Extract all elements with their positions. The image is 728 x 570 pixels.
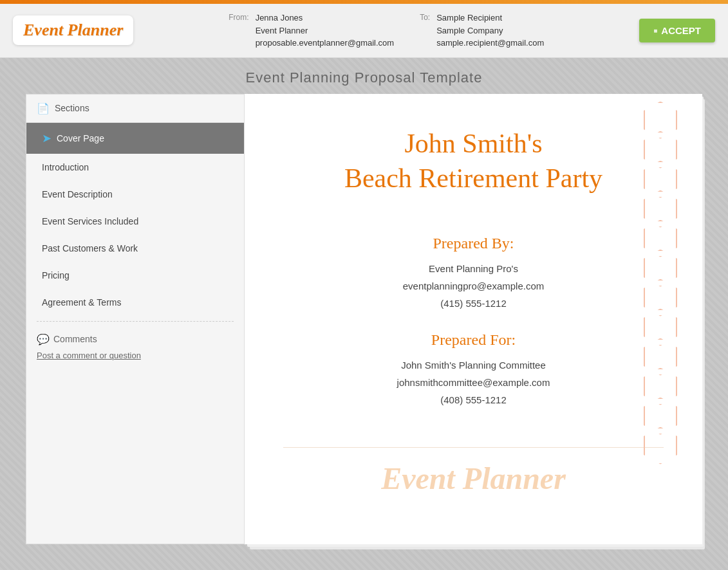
comments-header: 💬 Comments	[37, 333, 234, 345]
logo-container: Event Planner	[13, 15, 133, 45]
active-arrow-icon: ➤	[42, 131, 51, 145]
sidebar-item-past-customers[interactable]: Past Customers & Work	[26, 235, 244, 262]
sidebar-item-cover-page[interactable]: ➤ Cover Page	[26, 123, 244, 154]
comment-icon: 💬	[37, 333, 50, 345]
document-wrapper: John Smith's Beach Retirement Party Prep…	[245, 94, 702, 544]
prepared-for-info: John Smith's Planning Committee johnsmit…	[283, 356, 664, 409]
cover-title-line2: Beach Retirement Party	[344, 163, 602, 193]
sections-icon: 📄	[37, 102, 50, 115]
main-layout: 📄 Sections ➤ Cover Page Introduction Eve…	[26, 94, 702, 544]
to-block: To: Sample Recipient Sample Company samp…	[420, 12, 544, 50]
prepared-for-email: johnsmithcommittee@example.com	[283, 374, 664, 391]
cover-title: John Smith's Beach Retirement Party	[283, 120, 664, 196]
from-label: From:	[229, 13, 248, 50]
prepared-by-label: Prepared By:	[283, 235, 664, 252]
accept-button[interactable]: ACCEPT	[639, 19, 715, 42]
from-email: proposable.eventplanner@gmail.com	[256, 37, 395, 50]
prepared-by-phone: (415) 555-1212	[283, 295, 664, 312]
sidebar-item-label: Agreement & Terms	[42, 297, 121, 308]
sidebar: 📄 Sections ➤ Cover Page Introduction Eve…	[26, 94, 245, 544]
sidebar-item-introduction[interactable]: Introduction	[26, 154, 244, 181]
cover-title-text: John Smith's Beach Retirement Party	[283, 126, 664, 196]
sidebar-item-label: Event Services Included	[42, 216, 138, 226]
comments-label: Comments	[53, 334, 97, 344]
sidebar-item-label: Event Description	[42, 189, 113, 199]
hex-12	[644, 427, 677, 464]
prepared-by-email: eventplanningpro@example.com	[283, 277, 664, 295]
prepared-by-info: Event Planning Pro's eventplanningpro@ex…	[283, 260, 664, 312]
sidebar-item-event-services[interactable]: Event Services Included	[26, 208, 244, 235]
sections-label: Sections	[55, 103, 89, 113]
prepared-by-name: Event Planning Pro's	[283, 260, 664, 277]
header-meta: From: Jenna Jones Event Planner proposab…	[229, 12, 544, 50]
sidebar-item-label: Introduction	[42, 162, 89, 172]
from-info: Jenna Jones Event Planner proposable.eve…	[256, 12, 395, 50]
prepared-for-name: John Smith's Planning Committee	[283, 356, 664, 374]
sidebar-divider	[37, 321, 234, 322]
bottom-logo: Event Planner	[283, 461, 664, 496]
sidebar-item-pricing[interactable]: Pricing	[26, 262, 244, 289]
hex-decoration	[638, 107, 683, 459]
cover-title-line1: John Smith's	[404, 129, 542, 158]
from-block: From: Jenna Jones Event Planner proposab…	[229, 12, 394, 50]
sidebar-item-agreement[interactable]: Agreement & Terms	[26, 289, 244, 316]
sidebar-item-label: Cover Page	[57, 133, 104, 143]
to-email: sample.recipient@gmail.com	[436, 37, 544, 50]
prepared-for-label: Prepared For:	[283, 331, 664, 349]
sections-header: 📄 Sections	[26, 95, 244, 123]
page-title: Event Planning Proposal Template	[0, 58, 728, 94]
from-title: Event Planner	[256, 24, 395, 37]
header: Event Planner From: Jenna Jones Event Pl…	[0, 4, 728, 58]
post-comment-link[interactable]: Post a comment or question	[37, 351, 141, 360]
prepared-by-section: Prepared By: Event Planning Pro's eventp…	[283, 235, 664, 312]
sidebar-item-label: Past Customers & Work	[42, 243, 138, 253]
prepared-for-phone: (408) 555-1212	[283, 391, 664, 409]
sidebar-item-event-description[interactable]: Event Description	[26, 181, 244, 208]
prepared-for-section: Prepared For: John Smith's Planning Comm…	[283, 331, 664, 409]
bottom-logo-section: Event Planner	[283, 447, 664, 496]
to-label: To:	[420, 13, 430, 50]
logo: Event Planner	[23, 21, 123, 40]
to-name: Sample Recipient	[436, 12, 544, 24]
from-name: Jenna Jones	[256, 12, 395, 24]
comments-section: 💬 Comments Post a comment or question	[26, 327, 244, 367]
document-area: John Smith's Beach Retirement Party Prep…	[245, 94, 702, 544]
sidebar-item-label: Pricing	[42, 270, 70, 280]
to-info: Sample Recipient Sample Company sample.r…	[436, 12, 544, 50]
to-company: Sample Company	[436, 24, 544, 37]
